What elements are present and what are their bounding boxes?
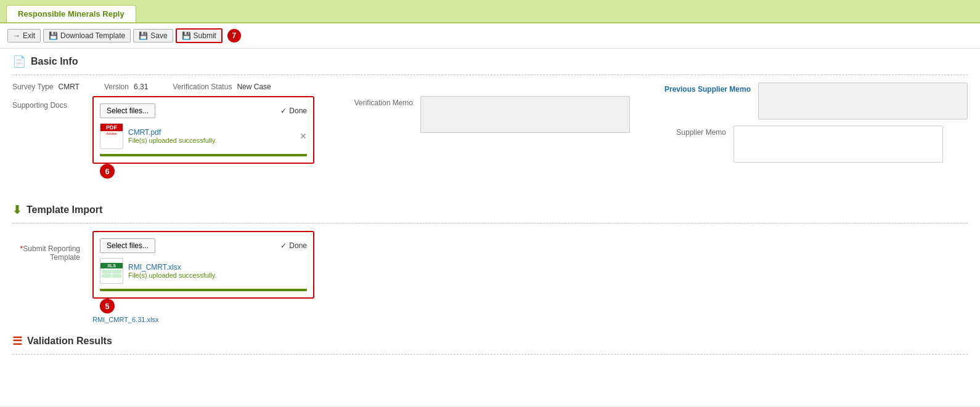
done-check-template: ✓: [280, 241, 287, 250]
main-content: 📄 Basic Info Survey Type CMRT Version 6.…: [0, 49, 980, 406]
file-success-rmi: File(s) uploaded successfully.: [128, 272, 307, 279]
version-value: 6.31: [134, 83, 148, 91]
template-import-row: *Submit ReportingTemplate Select files..…: [12, 231, 968, 323]
exit-icon: →: [13, 31, 20, 40]
toolbar: → Exit 💾 Download Template 💾 Save 💾 Subm…: [0, 23, 980, 49]
basic-info-section-header: 📄 Basic Info: [12, 49, 968, 72]
xlsx-cell-2: [112, 270, 122, 273]
upload-top-bar: Select files... ✓ Done: [100, 103, 307, 118]
verification-memo-textarea[interactable]: [420, 96, 630, 133]
template-import-title: Template Import: [27, 204, 102, 216]
download-icon: 💾: [49, 31, 58, 40]
verification-status-value: New Case: [237, 83, 271, 91]
file-name-rmi[interactable]: RMI_CMRT.xlsx: [128, 263, 307, 272]
file-item-cmrt-pdf: PDF Adobe CMRT.pdf File(s) uploaded succ…: [100, 123, 307, 149]
step5-badge: 5: [100, 299, 115, 313]
pdf-badge: PDF: [100, 124, 123, 131]
verification-status-label: Verification Status: [173, 83, 232, 91]
supplier-memo-label: Supplier Memo: [652, 126, 726, 137]
survey-type-value: CMRT: [58, 83, 79, 91]
template-upload-wrapper: Select files... ✓ Done XLS: [92, 231, 314, 323]
xlsx-grid: [100, 268, 123, 279]
validation-icon: ☰: [12, 334, 22, 348]
verification-memo-label: Verification Memo: [339, 96, 413, 107]
delete-file-cmrt[interactable]: ✕: [300, 131, 307, 141]
save-icon: 💾: [139, 31, 148, 40]
submit-button[interactable]: 💾 Submit: [176, 28, 223, 43]
done-check-docs: ✓: [280, 107, 287, 115]
basic-info-title: Basic Info: [31, 56, 78, 67]
done-label-docs: ✓ Done: [280, 107, 307, 115]
version-label: Version: [104, 83, 129, 91]
file-below-label: RMI_CMRT_6.31.xlsx: [92, 316, 314, 323]
survey-info-row: Survey Type CMRT Version 6.31 Verificati…: [12, 83, 652, 91]
left-column: Survey Type CMRT Version 6.31 Verificati…: [12, 83, 652, 188]
right-column: Previous Supplier Memo Supplier Memo: [652, 83, 968, 163]
supporting-docs-label: Supporting Docs: [12, 96, 80, 110]
basic-info-divider: [12, 75, 968, 75]
previous-supplier-memo-textarea[interactable]: [758, 83, 968, 119]
supporting-docs-upload-box: Select files... ✓ Done PDF Adobe: [92, 96, 314, 164]
tab-responsible-minerals-reply[interactable]: Responsible Minerals Reply: [6, 5, 136, 22]
exit-button[interactable]: → Exit: [7, 29, 41, 42]
survey-type-label: Survey Type: [12, 83, 53, 91]
tab-bar: Responsible Minerals Reply: [0, 0, 980, 23]
basic-info-fields: Survey Type CMRT Version 6.31 Verificati…: [12, 83, 968, 188]
xlsx-badge: XLS: [100, 263, 123, 268]
validation-divider: [12, 354, 968, 355]
upload-progress-bar-docs: [100, 154, 307, 156]
verification-memo-group: Verification Memo: [339, 96, 630, 133]
submit-icon: 💾: [182, 31, 191, 40]
step6-badge: 6: [100, 164, 115, 179]
version-group: Version 6.31: [104, 83, 148, 91]
download-template-button[interactable]: 💾 Download Template: [43, 29, 131, 42]
file-item-rmi-xlsx: XLS RMI_CMRT.xlsx File(s) uploaded succe…: [100, 258, 307, 284]
supplier-memo-group: Supplier Memo: [652, 126, 968, 163]
template-upload-box: Select files... ✓ Done XLS: [92, 231, 314, 299]
file-name-cmrt[interactable]: CMRT.pdf: [128, 128, 295, 137]
previous-supplier-memo-group: Previous Supplier Memo: [652, 83, 968, 119]
verification-status-group: Verification Status New Case: [173, 83, 271, 91]
supplier-memo-textarea[interactable]: [733, 126, 943, 163]
template-import-icon: ⬇: [12, 203, 22, 217]
save-button[interactable]: 💾 Save: [133, 29, 173, 42]
adobe-label: Adobe: [105, 131, 117, 136]
xlsx-icon: XLS: [100, 258, 123, 284]
xlsx-cell-4: [112, 274, 122, 278]
validation-section-header: ☰ Validation Results: [12, 328, 968, 352]
validation-title: Validation Results: [27, 336, 112, 347]
template-import-divider: [12, 223, 968, 224]
file-info-rmi: RMI_CMRT.xlsx File(s) uploaded successfu…: [128, 263, 307, 279]
submit-reporting-label: *Submit ReportingTemplate: [12, 231, 80, 262]
supporting-docs-row: Supporting Docs Select files... ✓ Done: [12, 96, 652, 179]
file-info-cmrt: CMRT.pdf File(s) uploaded successfully.: [128, 128, 295, 144]
done-label-template: ✓ Done: [280, 241, 307, 250]
survey-type-group: Survey Type CMRT: [12, 83, 80, 91]
pdf-icon: PDF Adobe: [100, 123, 123, 149]
required-asterisk: *: [20, 244, 23, 253]
select-files-button-template[interactable]: Select files...: [100, 238, 155, 253]
file-success-cmrt: File(s) uploaded successfully.: [128, 137, 295, 144]
template-import-section-header: ⬇ Template Import: [12, 197, 968, 220]
template-upload-top: Select files... ✓ Done: [100, 238, 307, 253]
submit-step-badge: 7: [227, 29, 241, 42]
previous-supplier-memo-label: Previous Supplier Memo: [652, 83, 751, 94]
select-files-button-docs[interactable]: Select files...: [100, 103, 155, 118]
upload-progress-bar-template: [100, 289, 307, 291]
xlsx-cell-1: [102, 270, 112, 273]
xlsx-cell-3: [102, 274, 112, 278]
basic-info-icon: 📄: [12, 55, 26, 68]
